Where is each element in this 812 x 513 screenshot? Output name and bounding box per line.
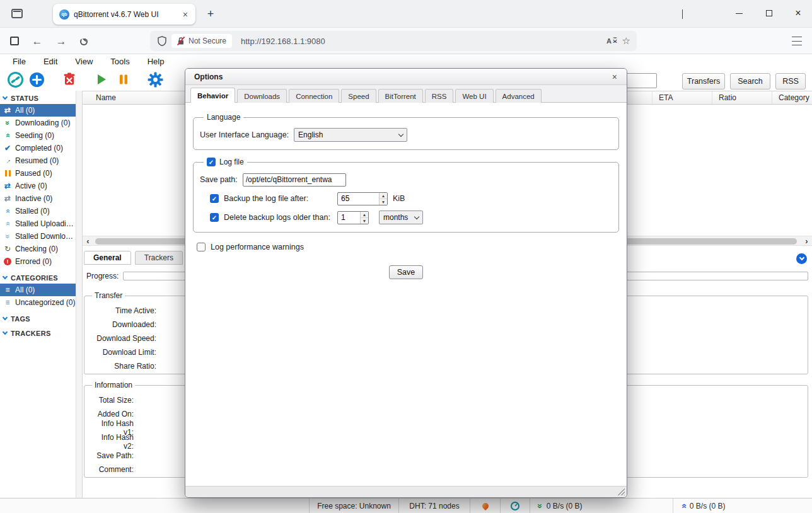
- status-section-header[interactable]: STATUS: [0, 92, 76, 104]
- forward-button[interactable]: →: [53, 33, 69, 50]
- tab-close-icon[interactable]: ×: [180, 9, 190, 20]
- spinner-buttons[interactable]: ▲▼: [379, 193, 387, 205]
- window-maximize-button[interactable]: [759, 4, 779, 23]
- downloaded-label: Downloaded:: [90, 320, 156, 329]
- dialog-tab-advanced[interactable]: Advanced: [496, 89, 542, 103]
- bookmark-star-icon[interactable]: ☆: [622, 35, 630, 47]
- sidebar-item-active[interactable]: ⇄Active (0): [0, 180, 76, 192]
- sidebar-item-all[interactable]: ⇄All (0): [0, 104, 76, 117]
- dialog-tab-rss[interactable]: RSS: [425, 89, 454, 103]
- sidebar-category-uncategorized[interactable]: ≡Uncategorized (0): [0, 296, 76, 309]
- tags-section-header[interactable]: TAGS: [0, 313, 76, 325]
- dialog-close-icon[interactable]: ×: [609, 72, 620, 82]
- language-select[interactable]: English: [294, 128, 407, 142]
- reload-button[interactable]: [76, 33, 92, 50]
- spinner-buttons[interactable]: ▲▼: [360, 212, 368, 224]
- browser-tab[interactable]: qb qBittorrent v4.6.7 Web UI ×: [53, 4, 195, 25]
- connection-status[interactable]: [470, 499, 500, 513]
- scroll-right-arrow-icon[interactable]: ›: [801, 236, 812, 245]
- progress-label: Progress:: [86, 272, 119, 280]
- panel-collapse-button[interactable]: [796, 253, 807, 264]
- pause-icon: [115, 71, 132, 88]
- sidebar-category-all[interactable]: ≡All (0): [0, 284, 76, 296]
- sidebar-item-checking[interactable]: ↻Checking (0): [0, 243, 76, 255]
- dialog-tab-connection[interactable]: Connection: [289, 89, 339, 103]
- view-button-rss[interactable]: RSS: [775, 73, 806, 89]
- save-button[interactable]: Save: [389, 265, 424, 279]
- sidebar-item-paused[interactable]: Paused (0): [0, 167, 76, 180]
- delete-age-unit-select[interactable]: months: [379, 210, 423, 224]
- menu-tools[interactable]: Tools: [102, 57, 138, 66]
- sidebar-item-completed[interactable]: ✔Completed (0): [0, 142, 76, 154]
- trackers-section-header[interactable]: TRACKERS: [0, 327, 76, 339]
- categories-section-header[interactable]: CATEGORIES: [0, 272, 76, 284]
- url-text: http://192.168.1.1:9080: [241, 37, 601, 46]
- options-button[interactable]: [146, 71, 164, 88]
- menu-view[interactable]: View: [66, 57, 102, 66]
- menu-help[interactable]: Help: [139, 57, 173, 66]
- backup-size-spinner[interactable]: ▲▼: [337, 192, 388, 205]
- dialog-tab-speed[interactable]: Speed: [341, 89, 376, 103]
- dialog-tab-webui[interactable]: Web UI: [455, 89, 493, 103]
- chevron-down-icon: [3, 95, 8, 100]
- sidebar-item-resumed[interactable]: →Resumed (0): [0, 154, 76, 167]
- performance-warnings-checkbox[interactable]: [197, 243, 206, 251]
- sidebar-item-inactive[interactable]: ⇄Inactive (0): [0, 192, 76, 205]
- translate-icon[interactable]: A: [606, 36, 617, 46]
- add-torrent-file-button[interactable]: [28, 71, 45, 88]
- firefox-view-icon[interactable]: [11, 9, 23, 18]
- dialog-tab-behavior[interactable]: Behavior: [190, 88, 235, 103]
- window-minimize-button[interactable]: [729, 4, 749, 23]
- delete-torrent-button[interactable]: [61, 71, 78, 88]
- menu-edit[interactable]: Edit: [35, 57, 66, 66]
- logfile-checkbox[interactable]: ✓: [207, 158, 216, 166]
- sidebar-item-seeding[interactable]: »Seeding (0): [0, 129, 76, 142]
- shield-icon[interactable]: [158, 36, 166, 46]
- broken-lock-icon: [177, 37, 185, 45]
- dialog-title-bar[interactable]: Options ×: [185, 69, 627, 85]
- log-save-path-input[interactable]: [243, 173, 346, 187]
- view-button-search[interactable]: Search: [730, 73, 770, 89]
- delete-backup-checkbox[interactable]: ✓: [210, 213, 219, 222]
- back-button[interactable]: ←: [29, 33, 45, 50]
- menu-hamburger-icon[interactable]: [792, 37, 802, 45]
- column-eta[interactable]: ETA: [652, 91, 712, 104]
- scroll-left-arrow-icon[interactable]: ‹: [83, 236, 93, 245]
- dialog-tab-downloads[interactable]: Downloads: [237, 89, 287, 103]
- menu-file[interactable]: File: [4, 57, 35, 66]
- tab-trackers[interactable]: Trackers: [135, 251, 183, 265]
- sidebar-item-stalled[interactable]: »Stalled (0): [0, 205, 76, 217]
- not-secure-badge[interactable]: Not Secure: [171, 34, 232, 48]
- add-torrent-link-button[interactable]: [6, 71, 24, 88]
- inactive-arrows-icon: ⇄: [3, 194, 12, 203]
- spin-up-icon: ▲: [361, 212, 368, 218]
- share-ratio-label: Share Ratio:: [90, 362, 156, 371]
- resize-grip[interactable]: [617, 488, 625, 495]
- backup-log-checkbox[interactable]: ✓: [210, 194, 219, 203]
- delete-age-spinner[interactable]: ▲▼: [337, 211, 369, 224]
- tab-list-chevron-icon[interactable]: [682, 9, 683, 18]
- column-ratio[interactable]: Ratio: [712, 91, 772, 104]
- dialog-title: Options: [194, 72, 609, 81]
- backup-log-label: Backup the log file after:: [224, 194, 332, 203]
- info-hash-v2-label: Info Hash v2:: [90, 433, 134, 451]
- column-category[interactable]: Category: [772, 91, 812, 104]
- sidebar-item-downloading[interactable]: »Downloading (0): [0, 117, 76, 129]
- sidebar-item-stalled-uploading[interactable]: »Stalled Uploading (0): [0, 217, 76, 230]
- window-icon[interactable]: [10, 37, 19, 45]
- new-tab-button[interactable]: +: [203, 6, 218, 21]
- resume-button[interactable]: [92, 71, 110, 88]
- tab-general[interactable]: General: [84, 251, 131, 265]
- stalled-icon: »: [3, 207, 12, 216]
- dialog-tab-bittorrent[interactable]: BitTorrent: [378, 89, 423, 103]
- upload-speed-status: » 0 B/s (0 B): [673, 499, 733, 513]
- sidebar-item-errored[interactable]: !Errored (0): [0, 255, 76, 268]
- sidebar-item-stalled-downloading[interactable]: »Stalled Downloading (0): [0, 230, 76, 243]
- pause-button[interactable]: [115, 71, 132, 88]
- view-button-transfers[interactable]: Transfers: [682, 73, 725, 89]
- added-on-label: Added On:: [90, 410, 134, 418]
- sidebar-scrollbar[interactable]: [76, 91, 83, 498]
- url-bar[interactable]: Not Secure http://192.168.1.1:9080 A ☆: [150, 31, 637, 51]
- window-close-button[interactable]: ×: [788, 4, 808, 23]
- alt-speed-toggle[interactable]: [500, 499, 530, 513]
